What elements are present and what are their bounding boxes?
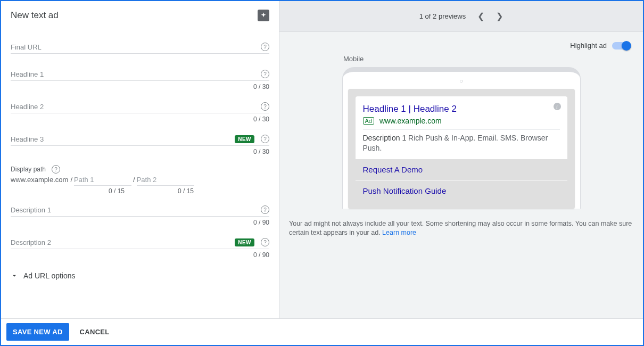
- help-icon[interactable]: ?: [261, 43, 269, 51]
- cancel-button[interactable]: CANCEL: [80, 328, 110, 336]
- help-icon[interactable]: ?: [52, 165, 60, 174]
- headline3-label: Headline 3: [11, 135, 44, 143]
- headline2-field[interactable]: Headline 2 ?: [11, 97, 269, 113]
- new-badge: NEW: [235, 238, 254, 246]
- description2-field[interactable]: Description 2 NEW ?: [11, 233, 269, 249]
- help-icon[interactable]: ?: [261, 135, 269, 143]
- path1-counter: 0 / 15: [11, 187, 135, 195]
- headline1-field[interactable]: Headline 1 ?: [11, 64, 269, 81]
- preview-counter: 1 of 2 previews: [419, 12, 466, 20]
- display-path-label: Display path: [11, 166, 46, 173]
- ad-preview-card: i Headline 1 | Headline 2 Ad www.example…: [356, 96, 567, 159]
- ad-form-panel: New text ad Final URL ? Headline 1 ? 0 /…: [1, 1, 279, 318]
- display-path-domain: www.example.com: [11, 176, 68, 184]
- device-speaker-icon: ○: [348, 77, 575, 85]
- ad-url-options-label: Ad URL options: [23, 271, 76, 280]
- display-path-section: Display path ? www.example.com / Path 1 …: [11, 162, 269, 200]
- headline2-counter: 0 / 30: [11, 113, 269, 129]
- final-url-field[interactable]: Final URL ?: [11, 37, 269, 54]
- headline1-counter: 0 / 30: [11, 81, 269, 97]
- help-icon[interactable]: ?: [261, 205, 269, 214]
- chevron-down-icon: [11, 272, 18, 279]
- help-icon[interactable]: ?: [261, 70, 269, 78]
- highlight-ad-toggle[interactable]: [612, 42, 630, 50]
- description2-label: Description 2: [11, 238, 51, 246]
- path1-input[interactable]: Path 1: [74, 176, 131, 186]
- help-icon[interactable]: ?: [261, 238, 269, 246]
- ad-display-url: www.example.com: [379, 117, 442, 125]
- headline2-label: Headline 2: [11, 103, 44, 111]
- preview-disclaimer: Your ad might not always include all you…: [279, 209, 643, 238]
- new-badge: NEW: [235, 135, 254, 143]
- ad-description: Description 1 Rich Push & In-App. Email.…: [363, 133, 560, 153]
- path2-counter: 0 / 15: [135, 187, 194, 195]
- ad-sitelink[interactable]: Push Notification Guide: [356, 180, 567, 201]
- path2-input[interactable]: Path 2: [137, 176, 194, 186]
- footer-actions: SAVE NEW AD CANCEL: [1, 318, 643, 345]
- description1-field[interactable]: Description 1 ?: [11, 200, 269, 217]
- headline3-field[interactable]: Headline 3 NEW ?: [11, 129, 269, 146]
- preview-next-button[interactable]: ❯: [496, 11, 503, 21]
- headline3-counter: 0 / 30: [11, 146, 269, 162]
- info-icon[interactable]: i: [554, 103, 561, 110]
- learn-more-link[interactable]: Learn more: [382, 229, 416, 236]
- highlight-ad-label: Highlight ad: [570, 42, 607, 50]
- preview-prev-button[interactable]: ❮: [477, 11, 484, 21]
- preview-device-label: Mobile: [279, 55, 643, 63]
- mobile-device-frame: ○ i Headline 1 | Headline 2 Ad www.examp…: [342, 67, 581, 209]
- help-icon[interactable]: ?: [261, 102, 269, 111]
- ad-sitelink[interactable]: Request A Demo: [356, 159, 567, 180]
- preview-panel: 1 of 2 previews ❮ ❯ Highlight ad Mobile …: [279, 1, 643, 318]
- description1-counter: 0 / 90: [11, 217, 269, 233]
- description1-label: Description 1: [11, 206, 51, 214]
- ad-url-options-toggle[interactable]: Ad URL options: [11, 265, 269, 286]
- description2-counter: 0 / 90: [11, 249, 269, 265]
- ad-headline: Headline 1 | Headline 2: [363, 104, 560, 114]
- headline1-label: Headline 1: [11, 70, 44, 78]
- ad-badge: Ad: [363, 117, 374, 125]
- page-title: New text ad: [11, 10, 59, 21]
- spark-icon[interactable]: [258, 10, 269, 21]
- preview-header: 1 of 2 previews ❮ ❯: [279, 1, 643, 32]
- save-new-ad-button[interactable]: SAVE NEW AD: [6, 323, 69, 341]
- final-url-label: Final URL: [11, 43, 42, 51]
